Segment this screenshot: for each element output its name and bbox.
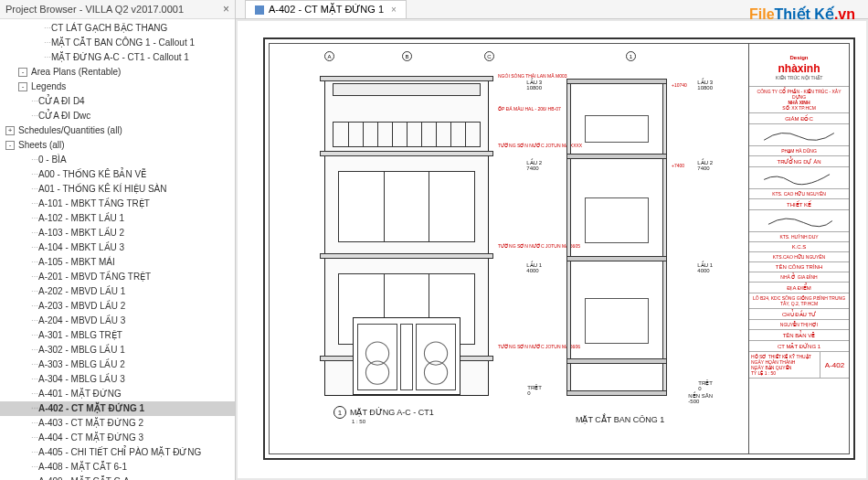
tb-label: CHỦ ĐẦU TƯ [749,309,849,320]
tree-item[interactable]: ⋯ A-202 - MBVD LẦU 1 [0,284,235,299]
tree-item[interactable]: ⋯ A-409 - MẶT CẮT C-A [0,475,235,480]
tb-val: LÔ B24, KDC SÔNG GIỒNG P.BÌNH TRUNG TÂY,… [749,293,849,309]
tree-item-label: A-408 - MẶT CẮT 6-1 [38,461,127,474]
tree-item-label: Sheets (all) [18,139,65,152]
tree-item[interactable]: ⋯ A-401 - MẶT ĐỨNG [0,387,235,401]
tree-item[interactable]: ⋯ A-203 - MBVD LẦU 2 [0,299,235,314]
tb-label: TÊN BẢN VẼ [749,330,849,341]
tree-item-label: A-405 - CHI TIẾT CHỈ PÀO MẶT ĐỨNG [38,446,201,459]
tree-item[interactable]: ⋯ A-402 - CT MẶT ĐỨNG 1 [0,401,235,416]
tree-item[interactable]: ⋯ A-104 - MBKT LẦU 3 [0,240,235,255]
annotation: ỐP ĐÁ MÀU HAL - 206/ HB-07 [498,106,561,112]
tree-item-label: A-302 - MBLG LẦU 1 [38,344,125,357]
section-view-1: 1 LẦU 310800 [557,51,713,428]
close-icon[interactable]: × [223,3,229,16]
elevation-view-1: A B C [288,51,535,428]
tree-item[interactable]: ⋯ MẶT ĐỨNG A-C - CT1 - Callout 1 [0,50,235,65]
tree-item-label: 0 - BÌA [38,154,67,166]
sheet-number: A-402 [820,352,849,378]
site-watermark-logo: FileThiết Kế.vn [749,5,855,23]
tree-item[interactable]: ⋯ A01 - THỐNG KÊ KÍ HIỆU SÀN [0,182,235,197]
tree-item-label: A-301 - MBLG TRỆT [38,329,122,342]
tree-item[interactable]: ⋯ A-103 - MBKT LẦU 2 [0,226,235,240]
dim-text: +7400 [672,163,684,168]
tree-item-label: CỬA ĐI Dwc [38,110,90,123]
tree-item[interactable]: ⋯ A-301 - MBLG TRỆT [0,328,235,343]
tree-item-label: A-102 - MBKT LẦU 1 [38,212,124,225]
expander-icon[interactable]: - [18,68,27,77]
tab-active-sheet[interactable]: A-402 - CT MẶT ĐỨNG 1 × [245,0,407,18]
tree-item[interactable]: ⋯ CỬA ĐI D4 [0,94,235,109]
titleblock-logo: Design nhàxinh KIẾN TRÚC NỘI THẤT [749,44,849,87]
tree-item[interactable]: ⋯ A-304 - MBLG LẦU 3 [0,372,235,387]
tree-item[interactable]: ⋯ A-302 - MBLG LẦU 1 [0,343,235,357]
tb-label: ĐỊA ĐIỂM [749,283,849,293]
tree-item-label: A-201 - MBVD TẦNG TRỆT [38,271,151,283]
expander-icon[interactable]: - [18,82,27,91]
signature [749,124,849,146]
tree-item-label: A-204 - MBVD LẦU 3 [38,315,125,327]
tree-item-label: A01 - THỐNG KÊ KÍ HIỆU SÀN [38,183,167,196]
tree-item[interactable]: ⋯ A-204 - MBVD LẦU 3 [0,314,235,328]
tree-item[interactable]: ⋯ A-404 - CT MẶT ĐỨNG 3 [0,431,235,445]
tree-item-label: CT LÁT GẠCH BẬC THANG [51,22,167,35]
tree-item[interactable]: ⋯ A-101 - MBKT TẦNG TRỆT [0,197,235,211]
tb-val: NGUYỄN THỊ HỢI [749,320,849,330]
titleblock: Design nhàxinh KIẾN TRÚC NỘI THẤT CÔNG T… [748,44,849,453]
view-title-1: 1MẶT ĐỨNG A-C - CT1 1 : 50 [333,406,434,424]
tree-item[interactable]: ⋯ A-102 - MBKT LẦU 1 [0,211,235,226]
expander-icon[interactable]: - [5,141,15,150]
expander-icon[interactable]: + [5,126,15,135]
tree-item[interactable]: ⋯ A-303 - MBLG LẦU 2 [0,357,235,372]
tree-item-label: A-101 - MBKT TẦNG TRỆT [38,197,150,210]
tb-label: GIÁM ĐỐC [749,113,849,124]
tree-item-label: A-203 - MBVD LẦU 2 [38,300,125,313]
project-browser-title: Project Browser - VILLA Q2 v2017.0001 [5,4,184,15]
tree-item[interactable]: -Sheets (all) [0,138,235,153]
tree-item-label: A-403 - CT MẶT ĐỨNG 2 [38,417,143,430]
building-elevation [324,79,489,396]
main-area: FileThiết Kế.vn A-402 - CT MẶT ĐỨNG 1 × … [236,0,868,480]
tree-item-label: A-202 - MBVD LẦU 1 [38,285,125,298]
tree-item-label: CỬA ĐI D4 [38,95,85,108]
tree-item[interactable]: +Schedules/Quantities (all) [0,123,235,138]
tree-item[interactable]: ⋯ 0 - BÌA [0,153,235,167]
tb-sheet-row: HỒ SƠ THIẾT KẾ KỸ THUẬT NGÀY HOÀN THÀNH … [749,352,849,379]
tab-close-icon[interactable]: × [391,5,397,15]
tree-item[interactable]: ⋯ A-201 - MBVD TẦNG TRỆT [0,270,235,284]
tree-item[interactable]: ⋯ MẶT CẮT BAN CÔNG 1 - Callout 1 [0,36,235,50]
grid-bubble-a: A [324,51,334,61]
tree-item-label: A-104 - MBKT LẦU 3 [38,241,124,254]
grid-bubble-1: 1 [626,51,636,61]
tree-item[interactable]: ⋯ A00 - THỐNG KÊ BẢN VẼ [0,167,235,182]
tree-item[interactable]: ⋯ A-405 - CHI TIẾT CHỈ PÀO MẶT ĐỨNG [0,445,235,460]
tb-name: KTS. HUỲNH DUY [749,232,849,242]
tb-company: CÔNG TY CỔ PHẦN - KIẾN TRÚC - XÂY DỰNG N… [749,87,849,113]
tb-label: THIẾT KẾ [749,199,849,210]
sheet-frame: A B C [263,37,855,460]
tree-item[interactable]: -Legends [0,80,235,94]
view-title-2: MẶT CẮT BAN CÔNG 1 [576,415,664,424]
dim-text: +10740 [672,82,687,88]
tb-label: TÊN CÔNG TRÌNH [749,262,849,272]
tree-item-label: A-404 - CT MẶT ĐỨNG 3 [38,432,143,444]
tree-item[interactable]: -Area Plans (Rentable) [0,65,235,80]
tree-item[interactable]: ⋯ CỬA ĐI Dwc [0,109,235,123]
project-tree[interactable]: ⋯ CT LÁT GẠCH BẬC THANG⋯ MẶT CẮT BAN CÔN… [0,19,235,480]
project-browser-panel: Project Browser - VILLA Q2 v2017.0001 × … [0,0,236,480]
tree-item-label: A-105 - MBKT MÁI [38,256,115,269]
grid-bubble-c: C [484,51,494,61]
tree-item[interactable]: ⋯ A-408 - MẶT CẮT 6-1 [0,460,235,475]
tree-item-label: A00 - THỐNG KÊ BẢN VẼ [38,168,146,181]
tree-item-label: A-409 - MẶT CẮT C-A [38,475,130,480]
project-browser-header: Project Browser - VILLA Q2 v2017.0001 × [0,0,235,19]
tb-label: TRƯỞNG DỰ ÁN [749,156,849,167]
tree-item[interactable]: ⋯ A-403 - CT MẶT ĐỨNG 2 [0,416,235,431]
tb-val: NHÀ Ở GIA ĐÌNH [749,272,849,283]
drawing-canvas[interactable]: Copyright © FileThietKe.vn Copyright © F… [238,21,866,478]
tree-item-label: Schedules/Quantities (all) [18,124,122,137]
grid-bubble-b: B [402,51,412,61]
tree-item[interactable]: ⋯ A-105 - MBKT MÁI [0,255,235,270]
tree-item-label: A-401 - MẶT ĐỨNG [38,388,122,400]
tree-item[interactable]: ⋯ CT LÁT GẠCH BẬC THANG [0,21,235,36]
